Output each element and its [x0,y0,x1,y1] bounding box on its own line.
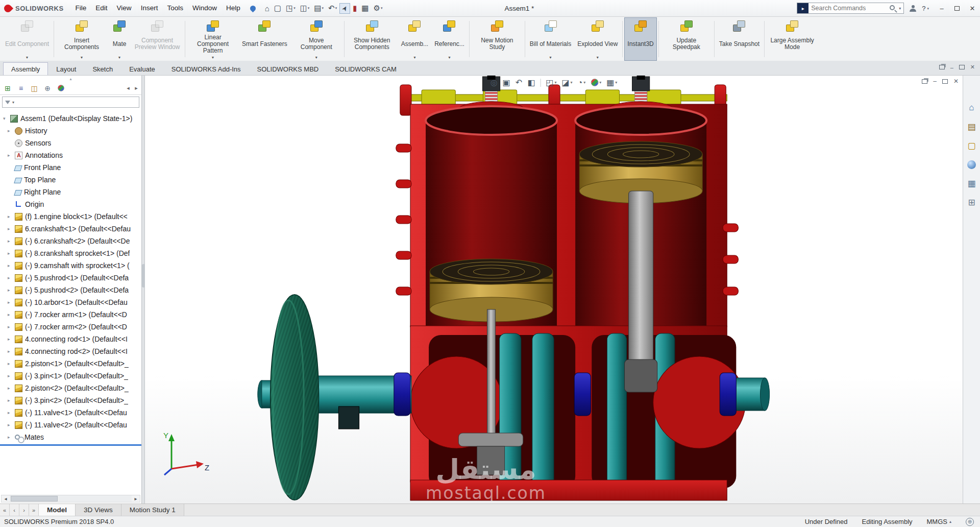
ribbon-new-motion-study[interactable]: New Motion Study [471,17,523,61]
tree-item-mates[interactable]: ▸Mates [0,431,141,443]
tree-item-11-valve-2-default-defau[interactable]: ▸(-) 11.valve<2> (Default<<Defau [0,419,141,431]
panel-scroll-track[interactable] [10,495,132,502]
home-button[interactable]: ⌂ [965,101,978,114]
tab-scroll-next-button[interactable]: › [19,504,29,516]
ribbon-bill-of-materials[interactable]: Bill of Materials▼ [527,17,574,61]
previous-view-button[interactable]: ↶ [516,78,522,87]
viewport-restore-icon[interactable] [942,79,948,84]
tab-solidworks-mbd[interactable]: SOLIDWORKS MBD [249,62,327,75]
tab-scroll-first-button[interactable]: « [0,504,10,516]
ribbon-show-hidden-components[interactable]: Show Hidden Components [346,17,398,61]
ribbon-exploded-view[interactable]: Exploded View▼ [574,17,621,61]
tree-item-f-1-engine-block-1-default[interactable]: ▸(f) 1.engine block<1> (Default<< [0,210,141,223]
tree-item-3-pin-1-default-default[interactable]: ▸(-) 3.pin<1> (Default<<Default>_ [0,370,141,382]
user-account-icon[interactable] [910,5,916,12]
tree-item-right-plane[interactable]: Right Plane [0,186,141,198]
help-button[interactable]: ?▾ [922,5,929,12]
menu-tools[interactable]: Tools [162,0,188,16]
panel-scroll-left-icon[interactable]: ◂ [2,495,10,502]
search-box[interactable]: ▸ ▾ [797,3,904,14]
viewport-close-icon[interactable]: ✕ [953,78,959,85]
tree-item-6-crankshaft-2-default-de[interactable]: ▸(-) 6.crankshaft<2> (Default<<De [0,235,141,247]
open-button[interactable]: ◳▾ [284,3,298,14]
undo-button[interactable]: ↶▾ [326,3,339,14]
menu-window[interactable]: Window [188,0,222,16]
tree-item-history[interactable]: ▸History [0,125,141,137]
ribbon-insert-components[interactable]: Insert Components▼ [56,17,108,61]
pin-icon[interactable] [249,4,257,12]
close-button[interactable]: ✕ [965,0,980,16]
tree-item-5-pushrod-1-default-defa[interactable]: ▸(-) 5.pushrod<1> (Default<<Defa [0,272,141,284]
maximize-button[interactable] [949,0,965,16]
ribbon-move-component[interactable]: Move Component▼ [290,17,342,61]
tab-sketch[interactable]: Sketch [84,62,121,75]
minimize-button[interactable]: – [934,0,949,16]
ribbon-instant3d[interactable]: Instant3D [624,17,656,61]
cascade-windows-icon[interactable] [939,65,945,69]
tree-filter-box[interactable]: ▾ [2,97,139,108]
tab-assembly[interactable]: Assembly [3,62,48,75]
tab-3d-views[interactable]: 3D Views [76,504,121,516]
file-explorer-button[interactable]: ▢ [965,139,978,152]
viewport-panes-icon[interactable] [922,79,927,84]
viewport-minimize-icon[interactable]: – [933,78,937,85]
units-selector[interactable]: MMGS ▴ [927,518,951,525]
tab-motion-study-1[interactable]: Motion Study 1 [121,504,184,516]
configurationmanager-tab[interactable]: ◫ [28,83,40,94]
panel-tabs-scroll-left[interactable]: ◂ [125,83,132,94]
view-settings-button[interactable]: ▦▾ [606,78,617,87]
home-button[interactable]: ⌂ [263,3,272,14]
ribbon-linear-component-pattern[interactable]: Linear Component Pattern▼ [187,17,239,61]
component-state-button[interactable]: ▮ [351,3,359,14]
panel-collapse-handle[interactable]: ▴ [0,76,141,82]
menu-edit[interactable]: Edit [91,0,112,16]
tree-item-origin[interactable]: Origin [0,198,141,210]
menu-file[interactable]: File [71,0,91,16]
custom-properties-button[interactable]: ⊞ [965,196,978,209]
tree-item-2-piston-2-default-default[interactable]: ▸2.piston<2> (Default<<Default>_ [0,382,141,394]
panel-tabs-scroll-right[interactable]: ▸ [133,83,140,94]
print-button[interactable]: ▤▾ [312,3,326,14]
tree-item-3-pin-2-default-default[interactable]: ▸(-) 3.pin<2> (Default<<Default>_ [0,394,141,406]
ribbon-mate[interactable]: Mate▼ [108,17,131,61]
tree-item-front-plane[interactable]: Front Plane [0,161,141,174]
menu-view[interactable]: View [112,0,136,16]
section-view-button[interactable]: ◧ [527,78,535,87]
save-button[interactable]: ◫▾ [298,3,312,14]
panel-scroll-thumb[interactable] [11,496,58,501]
doc-close-button[interactable]: ✕ [970,64,975,70]
tree-item-10-arbor-1-default-defau[interactable]: ▸(-) 10.arbor<1> (Default<<Defau [0,296,141,308]
panel-scroll-right-icon[interactable]: ▸ [132,495,140,502]
engine-assembly-model[interactable] [145,76,963,504]
ribbon-update-speedpak[interactable]: Update Speedpak [660,17,713,61]
graphics-viewport[interactable]: ◎▣↶◧◰▾◪▾◔▾▾▦▾ – ✕ Y Z مستقل mostaql.com [145,76,963,504]
dimxpertmanager-tab[interactable]: ⊕ [41,83,54,94]
tab-scroll-last-button[interactable]: » [29,504,39,516]
tree-item-4-connecting-rod-1-default[interactable]: ▸4.connecting rod<1> (Default<<I [0,333,141,345]
tree-item-6-crankshaft-1-default-def[interactable]: ▸6.crankshaft<1> (Default<<Defau [0,223,141,235]
tab-solidworks-cam[interactable]: SOLIDWORKS CAM [327,62,405,75]
view-grid-button[interactable]: ▦ [359,3,371,14]
tree-item-7-rocker-arm-1-default-d[interactable]: ▸(-) 7.rocker arm<1> (Default<<D [0,308,141,321]
tree-item-8-crankshaft-sprocket-1-de[interactable]: ▸(-) 8.crankshaft sprocket<1> (Def [0,247,141,259]
edit-appearance-button[interactable]: ▾ [591,79,601,86]
tree-item-top-plane[interactable]: Top Plane [0,174,141,186]
tree-item-5-pushrod-2-default-defa[interactable]: ▸(-) 5.pushrod<2> (Default<<Defa [0,284,141,296]
hide-show-items-button[interactable]: ◔▾ [578,78,586,87]
tab-scroll-prev-button[interactable]: ‹ [10,504,19,516]
tab-layout[interactable]: Layout [48,62,84,75]
tab-model[interactable]: Model [39,504,76,516]
panel-horizontal-scrollbar[interactable]: ◂ ▸ [1,495,140,502]
search-caret-icon[interactable]: ▾ [899,6,901,11]
tree-item-annotations[interactable]: ▸Annotations [0,149,141,161]
tree-root[interactable]: ▾Assem1 (Default<Display State-1>) [0,112,141,125]
search-input[interactable] [808,5,889,12]
tab-evaluate[interactable]: Evaluate [121,62,163,75]
doc-minimize-button[interactable]: – [950,64,953,70]
view-palette-button[interactable]: ▦ [965,177,978,190]
ribbon-take-snapshot[interactable]: Take Snapshot [716,17,763,61]
tree-item-7-rocker-arm-2-default-d[interactable]: ▸(-) 7.rocker arm<2> (Default<<D [0,321,141,333]
tree-item-2-piston-1-default-default[interactable]: ▸2.piston<1> (Default<<Default>_ [0,357,141,370]
filter-caret-icon[interactable]: ▾ [12,100,14,105]
tab-solidworks-add-ins[interactable]: SOLIDWORKS Add-Ins [163,62,249,75]
